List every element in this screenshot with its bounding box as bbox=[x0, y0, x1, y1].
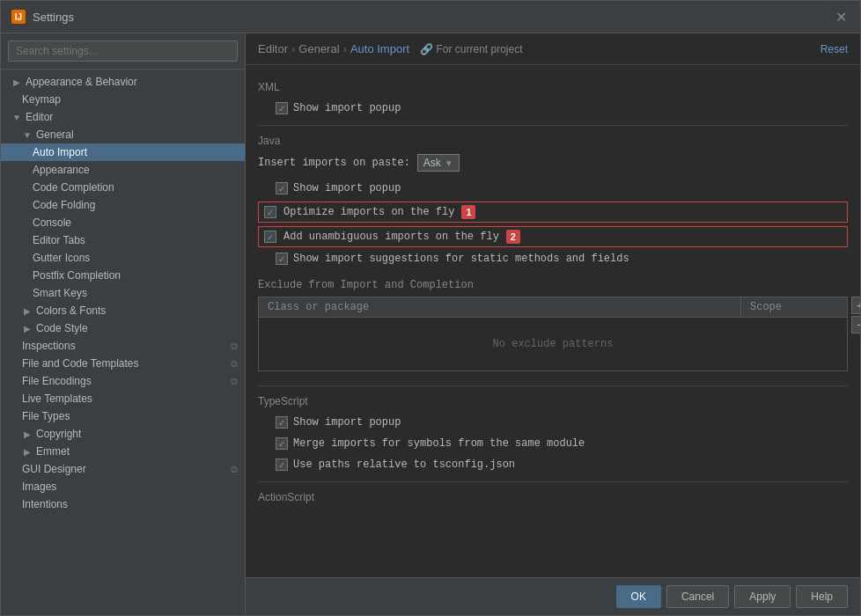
for-project-label: For current project bbox=[420, 43, 522, 55]
search-input[interactable] bbox=[8, 40, 238, 62]
sidebar-item-code-folding[interactable]: Code Folding bbox=[1, 196, 245, 214]
insert-imports-dropdown[interactable]: Ask ▼ bbox=[417, 154, 460, 172]
sidebar-item-label: Code Completion bbox=[33, 181, 114, 194]
sidebar-item-label: Keymap bbox=[22, 93, 61, 106]
sidebar-item-label: Code Folding bbox=[33, 199, 95, 211]
add-unambiguous-check[interactable] bbox=[264, 231, 276, 243]
sidebar-item-general[interactable]: ▼ General bbox=[1, 126, 245, 143]
cancel-button[interactable]: Cancel bbox=[666, 585, 729, 608]
ok-button[interactable]: OK bbox=[616, 585, 661, 608]
xml-show-import-popup-check bbox=[276, 102, 288, 114]
sidebar-item-label: GUI Designer bbox=[22, 463, 86, 475]
copy-icon: ⧉ bbox=[231, 341, 238, 352]
sidebar-item-postfix-completion[interactable]: Postfix Completion bbox=[1, 267, 245, 284]
sidebar-item-keymap[interactable]: Keymap bbox=[1, 91, 245, 108]
dropdown-value: Ask bbox=[423, 157, 441, 169]
reset-button[interactable]: Reset bbox=[821, 43, 848, 55]
java-show-import-popup-checkbox[interactable]: Show import popup bbox=[276, 182, 401, 194]
sidebar-item-label: File Types bbox=[22, 410, 70, 422]
settings-tree: ▶ Appearance & Behavior Keymap ▼ Editor … bbox=[1, 70, 245, 615]
sidebar-item-copyright[interactable]: ▶ Copyright bbox=[1, 425, 245, 443]
sidebar-item-label: Appearance & Behavior bbox=[26, 76, 137, 88]
actionscript-section-title: ActionScript bbox=[258, 491, 848, 503]
dialog-footer: OK Cancel Apply Help bbox=[246, 577, 860, 615]
sidebar-item-editor[interactable]: ▼ Editor bbox=[1, 108, 245, 126]
sidebar-item-live-templates[interactable]: Live Templates bbox=[1, 390, 245, 407]
sidebar-item-code-style[interactable]: ▶ Code Style bbox=[1, 319, 245, 337]
sidebar-item-label: Console bbox=[33, 216, 71, 229]
insert-imports-row: Insert imports on paste: Ask ▼ bbox=[258, 154, 848, 172]
sidebar-item-label: Code Style bbox=[36, 322, 88, 334]
col-scope: Scope bbox=[741, 297, 847, 317]
divider1 bbox=[258, 125, 848, 126]
sidebar-item-file-types[interactable]: File Types bbox=[1, 407, 245, 425]
sidebar-item-label: Smart Keys bbox=[33, 287, 87, 299]
xml-show-import-popup-row: Show import popup bbox=[258, 100, 848, 116]
copy-icon: ⧉ bbox=[231, 376, 238, 387]
table-wrapper: Class or package Scope No exclude patter… bbox=[258, 297, 848, 371]
java-show-suggestions-check bbox=[276, 253, 288, 265]
sidebar-item-console[interactable]: Console bbox=[1, 214, 245, 231]
breadcrumb-editor: Editor bbox=[258, 42, 288, 55]
sidebar-item-label: Colors & Fonts bbox=[36, 304, 106, 317]
ts-show-import-popup-checkbox[interactable]: Show import popup bbox=[276, 416, 401, 429]
arrow-icon: ▼ bbox=[22, 129, 33, 140]
arrow-icon: ▶ bbox=[22, 305, 33, 316]
ts-use-paths-label: Use paths relative to tsconfig.json bbox=[293, 458, 515, 471]
no-data-label: No exclude patterns bbox=[479, 324, 628, 364]
apply-button[interactable]: Apply bbox=[734, 585, 791, 608]
badge-1: 1 bbox=[461, 205, 475, 219]
help-button[interactable]: Help bbox=[796, 585, 848, 608]
xml-show-import-popup-checkbox[interactable]: Show import popup bbox=[276, 102, 401, 114]
sidebar-item-inspections[interactable]: Inspections ⧉ bbox=[1, 337, 245, 355]
exclude-section: Exclude from Import and Completion Class… bbox=[258, 279, 848, 371]
sidebar-item-file-encodings[interactable]: File Encodings ⧉ bbox=[1, 372, 245, 390]
sidebar-item-gui-designer[interactable]: GUI Designer ⧉ bbox=[1, 460, 245, 478]
arrow-icon: ▶ bbox=[22, 446, 33, 457]
sidebar-item-editor-tabs[interactable]: Editor Tabs bbox=[1, 231, 245, 249]
java-show-import-popup-check bbox=[276, 182, 288, 194]
title-bar: IJ Settings ✕ bbox=[1, 1, 860, 33]
sidebar-item-label: Intentions bbox=[22, 498, 68, 510]
sidebar-item-colors-fonts[interactable]: ▶ Colors & Fonts bbox=[1, 302, 245, 319]
sidebar-item-auto-import[interactable]: Auto Import bbox=[1, 143, 245, 161]
breadcrumb-general: General bbox=[298, 42, 339, 55]
sidebar-item-gutter-icons[interactable]: Gutter Icons bbox=[1, 249, 245, 267]
title-bar-left: IJ Settings bbox=[11, 10, 74, 24]
optimize-imports-row: Optimize imports on the fly 1 bbox=[258, 202, 848, 223]
xml-section-title: XML bbox=[258, 81, 848, 93]
sidebar-item-appearance[interactable]: Appearance bbox=[1, 161, 245, 179]
sidebar-item-label: Editor Tabs bbox=[33, 234, 85, 246]
ts-merge-imports-checkbox[interactable]: Merge imports for symbols from the same … bbox=[276, 437, 585, 450]
main-panel: Editor › General › Auto Import For curre… bbox=[246, 33, 860, 615]
arrow-icon: ▶ bbox=[22, 429, 33, 439]
remove-exclude-button[interactable]: − bbox=[851, 316, 860, 334]
sidebar-item-appearance-behavior[interactable]: ▶ Appearance & Behavior bbox=[1, 73, 245, 91]
ts-show-import-popup-label: Show import popup bbox=[293, 416, 401, 429]
chevron-down-icon: ▼ bbox=[445, 158, 453, 168]
sidebar-item-images[interactable]: Images bbox=[1, 478, 245, 495]
java-show-import-popup-row: Show import popup bbox=[258, 180, 848, 196]
badge-2: 2 bbox=[506, 230, 520, 244]
panel-content: XML Show import popup Java Insert import… bbox=[246, 65, 860, 577]
sidebar-item-smart-keys[interactable]: Smart Keys bbox=[1, 284, 245, 302]
sidebar-item-label: Appearance bbox=[33, 164, 90, 176]
ts-use-paths-row: Use paths relative to tsconfig.json bbox=[258, 457, 848, 473]
ts-use-paths-checkbox[interactable]: Use paths relative to tsconfig.json bbox=[276, 458, 515, 471]
breadcrumb-current: Auto Import bbox=[350, 42, 409, 55]
copy-icon: ⧉ bbox=[231, 464, 238, 475]
add-exclude-button[interactable]: + bbox=[851, 297, 860, 314]
close-button[interactable]: ✕ bbox=[832, 8, 850, 26]
sidebar-item-label: Postfix Completion bbox=[33, 269, 121, 282]
sidebar-item-label: Images bbox=[22, 480, 56, 493]
ts-show-import-popup-row: Show import popup bbox=[258, 414, 848, 430]
java-show-suggestions-checkbox[interactable]: Show import suggestions for static metho… bbox=[276, 253, 629, 265]
sidebar-item-intentions[interactable]: Intentions bbox=[1, 495, 245, 513]
sidebar-item-emmet[interactable]: ▶ Emmet bbox=[1, 443, 245, 460]
breadcrumb-sep2: › bbox=[343, 42, 347, 55]
arrow-icon: ▶ bbox=[11, 77, 22, 87]
sidebar-item-code-completion[interactable]: Code Completion bbox=[1, 179, 245, 196]
sidebar-item-file-code-templates[interactable]: File and Code Templates ⧉ bbox=[1, 355, 245, 372]
optimize-imports-check[interactable] bbox=[264, 206, 276, 218]
java-section-title: Java bbox=[258, 135, 848, 147]
